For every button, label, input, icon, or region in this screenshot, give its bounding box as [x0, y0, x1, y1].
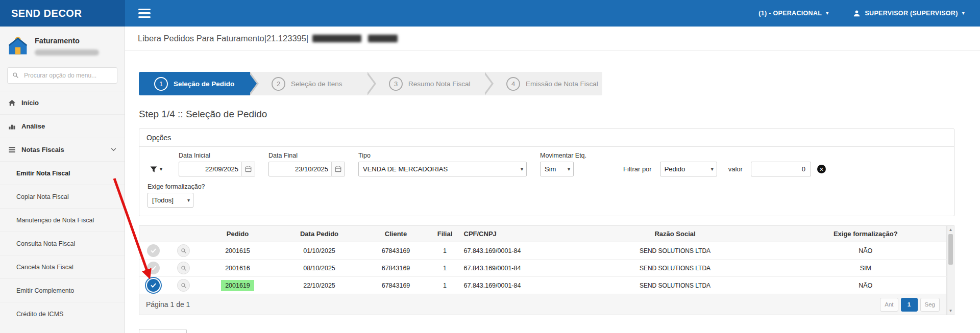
sidebar-item-inicio[interactable]: Início [0, 91, 125, 114]
main-content: Libera Pedidos Para Faturamento|21.12339… [125, 27, 980, 333]
user-menu-dropdown[interactable]: SUPERVISOR (SUPERVISOR) ▾ [853, 10, 965, 17]
sidebar-subitem-emitir-complemento[interactable]: Emitir Complemento [0, 278, 125, 302]
movimentar-label: Movimentar Etq. [540, 152, 586, 159]
orders-grid: Pedido Data Pedido Cliente Filial CPF/CN… [139, 225, 954, 315]
exige-cell: NÃO [785, 242, 947, 260]
menu-search-input[interactable] [7, 67, 117, 84]
data-final-group: Data Final [268, 152, 345, 176]
step-number-badge: 3 [389, 77, 403, 91]
select-cell [139, 242, 168, 260]
sidebar-subitem-cancela-nota-fiscal[interactable]: Cancela Nota Fiscal [0, 255, 125, 278]
topbar-right: (1) - OPERACIONAL ▾ SUPERVISOR (SUPERVIS… [758, 10, 980, 17]
pedido-cell: 2001616 [200, 260, 276, 277]
tipo-label: Tipo [358, 152, 527, 159]
company-selector-dropdown[interactable]: (1) - OPERACIONAL ▾ [758, 10, 828, 17]
notas-fiscais-submenu: Emitir Nota Fiscal Copiar Nota Fiscal Ma… [0, 161, 125, 325]
sidebar-subitem-copiar-nota-fiscal[interactable]: Copiar Nota Fiscal [0, 185, 125, 208]
wizard-step-4[interactable]: 4 Emissão de Nota Fiscal [485, 72, 602, 95]
cliente-cell: 67843169 [363, 242, 429, 260]
filial-cell: 1 [429, 242, 461, 260]
page-title-bar: Libera Pedidos Para Faturamento|21.12339… [125, 27, 980, 50]
step-number-badge: 2 [272, 77, 285, 91]
filial-cell: 1 [429, 260, 461, 277]
pagination-prev-button[interactable]: Ant [880, 298, 898, 312]
sidebar-subitem-credito-icms[interactable]: Crédito de ICMS [0, 302, 125, 325]
wizard-step-3[interactable]: 3 Resumo Nota Fiscal [368, 72, 485, 95]
pedido-cell: 2001619 [200, 277, 276, 294]
tipo-group: Tipo VENDA DE MERCADORIAS [358, 152, 527, 176]
app-window: SEND DECOR (1) - OPERACIONAL ▾ SUPERVISO… [0, 0, 980, 333]
filter-menu-button[interactable]: ▾ [148, 162, 164, 176]
sidebar-subitem-consulta-nota-fiscal[interactable]: Consulta Nota Fiscal [0, 232, 125, 255]
check-icon [150, 247, 157, 254]
pagination-page-1-button[interactable]: 1 [901, 298, 918, 312]
sidebar-item-notas-fiscais[interactable]: Notas Fiscais [0, 138, 125, 161]
view-row-button[interactable] [177, 244, 190, 257]
exige-cell: SIM [785, 260, 947, 277]
clear-value-button[interactable]: ✕ [817, 165, 826, 173]
data-final-field [268, 162, 345, 176]
sidebar-subitem-label: Crédito de ICMS [16, 311, 63, 318]
view-cell [168, 260, 200, 277]
sidebar-subitem-emitir-nota-fiscal[interactable]: Emitir Nota Fiscal [0, 161, 125, 185]
scroll-up-arrow-icon[interactable]: ▲ [947, 227, 954, 232]
movimentar-select-wrap: Sim [540, 162, 574, 176]
data-inicial-calendar-button[interactable] [241, 162, 255, 176]
razao-social-cell: SEND SOLUTIONS LTDA [566, 242, 785, 260]
sidebar-subitem-label: Emitir Nota Fiscal [16, 170, 70, 177]
column-header: Data Pedido [276, 226, 363, 242]
data-final-calendar-button[interactable] [331, 162, 345, 176]
tipo-select-wrap: VENDA DE MERCADORIAS [358, 162, 527, 176]
filial-cell: 1 [429, 277, 461, 294]
pedido-value: 2001616 [221, 263, 254, 274]
exige-formalizacao-label: Exige formalização? [148, 183, 205, 190]
search-icon [12, 72, 19, 79]
view-row-button[interactable] [177, 262, 190, 274]
column-header: Pedido [200, 226, 276, 242]
step-label: Seleção de Pedido [174, 80, 234, 88]
data-inicial-field [179, 162, 255, 176]
exige-formalizacao-select[interactable]: [Todos] [148, 193, 193, 208]
table-row-selected[interactable]: 2001619 22/10/2025 67843169 1 67.843.169… [139, 277, 947, 294]
sidebar-subitem-manutencao-nota-fiscal[interactable]: Manutenção de Nota Fiscal [0, 208, 125, 232]
view-row-button[interactable] [177, 279, 190, 292]
sidebar: Faturamento Início Análise Notas Fiscais [0, 27, 125, 333]
sidebar-item-label: Análise [21, 122, 45, 130]
view-cell [168, 277, 200, 294]
tipo-select[interactable]: VENDA DE MERCADORIAS [358, 162, 527, 176]
company-selector-label: (1) - OPERACIONAL [758, 10, 822, 17]
module-header: Faturamento [0, 27, 125, 62]
wizard-steps: 1 Seleção de Pedido 2 Seleção de Itens 3… [139, 72, 602, 95]
column-header: Razão Social [566, 226, 785, 242]
sidebar-item-label: Início [21, 99, 39, 107]
chevron-down-icon: ▾ [962, 11, 965, 16]
sidebar-subitem-label: Copiar Nota Fiscal [16, 193, 69, 200]
razao-social-cell: SEND SOLUTIONS LTDA [566, 277, 785, 294]
sidebar-subitem-label: Manutenção de Nota Fiscal [16, 217, 94, 224]
funnel-icon [150, 165, 158, 173]
scrollbar-thumb[interactable] [948, 234, 953, 265]
wizard-step-1[interactable]: 1 Seleção de Pedido [139, 72, 250, 95]
pedido-value-highlighted: 2001619 [221, 280, 254, 291]
sidebar-item-analise[interactable]: Análise [0, 114, 125, 138]
chevron-down-icon [111, 148, 116, 151]
menu-toggle-button[interactable] [135, 6, 154, 21]
filtrar-por-label: Filtrar por [623, 165, 652, 173]
select-row-button[interactable] [147, 262, 160, 274]
pagination-next-button[interactable]: Seg [920, 298, 940, 312]
filter-row: ▾ Data Inicial Data [148, 152, 946, 176]
cpf-cnpj-cell: 67.843.169/0001-84 [461, 242, 566, 260]
table-row[interactable]: 2001615 01/10/2025 67843169 1 67.843.169… [139, 242, 947, 260]
select-row-button[interactable] [147, 244, 160, 257]
valor-input[interactable] [751, 162, 811, 176]
select-row-button[interactable] [147, 279, 160, 292]
vertical-scrollbar[interactable]: ▲ ▼ [947, 225, 954, 315]
filtrar-por-select[interactable]: Pedido [660, 162, 717, 176]
table-row[interactable]: 2001616 08/10/2025 67843169 1 67.843.169… [139, 260, 947, 277]
list-icon [8, 146, 16, 153]
close-button[interactable]: Fechar [139, 329, 187, 333]
wizard-step-2[interactable]: 2 Seleção de Itens [250, 72, 368, 95]
scroll-down-arrow-icon[interactable]: ▼ [947, 309, 954, 313]
data-inicial-label: Data Inicial [179, 152, 255, 159]
movimentar-select[interactable]: Sim [540, 162, 574, 176]
